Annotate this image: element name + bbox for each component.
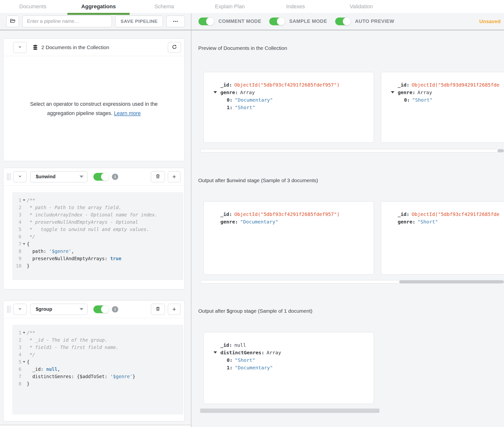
code-text: /**: [27, 330, 35, 335]
preview-horizontal-scrollbar[interactable]: [200, 409, 379, 413]
add-stage-button[interactable]: +: [168, 171, 180, 182]
tab-explain-plan[interactable]: Explain Plan: [197, 0, 263, 13]
scrollbar-thumb[interactable]: [399, 280, 504, 283]
field-key: genre:: [398, 219, 415, 225]
delete-stage-button[interactable]: [151, 304, 165, 315]
line-number: 7: [13, 241, 21, 247]
open-saved-pipelines-button[interactable]: [6, 16, 19, 27]
document-field-row: _id:ObjectId("5dbf93cf4291f2685fdef957"): [204, 210, 374, 218]
drag-handle[interactable]: [7, 173, 10, 180]
line-number: 10: [13, 263, 21, 268]
code-text: path: '$genre',: [27, 249, 74, 254]
collapse-field-caret-icon[interactable]: [214, 351, 217, 354]
stage-operator-select[interactable]: $group: [30, 304, 88, 315]
code-fold-icon[interactable]: [23, 361, 25, 363]
line-number: 9: [13, 256, 21, 261]
code-fold-icon[interactable]: [23, 199, 25, 201]
add-stage-button[interactable]: +: [168, 304, 180, 315]
document-field-row: 1:"Documentary": [204, 364, 374, 371]
code-text: _id: null,: [27, 366, 60, 372]
document-preview-card: _id:ObjectId("5dbf93cf4291f2685fdegenre:…: [381, 201, 504, 275]
preview-panel-title: Output after $group stage (Sample of 1 d…: [198, 308, 312, 314]
unwind-stage-editor[interactable]: 1/**2 * path - Path to the array field.3…: [12, 192, 183, 280]
trash-icon: [155, 306, 161, 312]
field-value: Array: [240, 89, 255, 95]
collapse-stage-button[interactable]: [13, 42, 27, 53]
collapse-field-caret-icon[interactable]: [391, 91, 394, 93]
toggle-group-sample-mode: SAMPLE MODE: [269, 18, 327, 25]
code-fold-icon[interactable]: [23, 332, 25, 334]
unwind-document-list: _id:ObjectId("5dbf93cf4291f2685fdef957")…: [204, 201, 504, 275]
document-preview-card: _id:ObjectId("5dbf93d94291f2685fdegenre:…: [381, 72, 504, 143]
collapse-field-caret-icon[interactable]: [214, 91, 217, 93]
group-stage-header: $group i: [3, 301, 184, 318]
code-line: 1/**: [13, 329, 183, 336]
learn-more-link[interactable]: Learn more: [114, 110, 141, 116]
tab-aggregations[interactable]: Aggregations: [66, 0, 131, 13]
info-icon[interactable]: i: [112, 174, 118, 180]
line-number: 5: [13, 359, 21, 365]
line-number: 6: [13, 366, 21, 372]
collection-stage-row: 2 Documents in the Collection Select an …: [0, 38, 504, 161]
code-text: {: [27, 359, 29, 365]
code-line: 3 * field1 - The first field name.: [13, 344, 183, 351]
collapse-stage-button[interactable]: [13, 304, 27, 315]
folder-open-icon: [10, 18, 16, 25]
scrollbar-thumb[interactable]: [497, 149, 504, 152]
code-line: 2 * path - Path to the array field.: [13, 204, 183, 211]
field-key: distinctGenres:: [220, 350, 264, 356]
group-stage-editor[interactable]: 1/**2 * _id - The id of the group.3 * fi…: [12, 325, 183, 414]
toggle-auto-preview[interactable]: [335, 18, 351, 25]
tab-validation[interactable]: Validation: [328, 0, 394, 13]
code-text: * preserveNullAndEmptyArrays - Optional: [27, 219, 138, 225]
field-key: _id:: [220, 211, 232, 217]
code-line: 6 _id: null,: [13, 365, 183, 373]
collection-document-list: _id:ObjectId("5dbf93cf4291f2685fdef957")…: [204, 72, 504, 143]
pipeline-name-input[interactable]: [22, 16, 112, 27]
field-value: ObjectId("5dbf93cf4291f2685fdef957"): [234, 211, 340, 217]
stage-operator-select[interactable]: $unwind: [30, 171, 88, 182]
toggle-group-auto-preview: AUTO PREVIEW: [335, 18, 394, 25]
document-field-row: genre:Array: [381, 89, 504, 96]
code-text: * includeArrayIndex - Optional name for …: [27, 212, 158, 217]
line-number: 2: [13, 205, 21, 210]
preview-panel-title: Preview of Documents in the Collection: [198, 45, 287, 51]
toggle-knob: [343, 17, 351, 26]
code-line: 1/**: [13, 196, 183, 204]
chevron-down-icon: [80, 308, 83, 310]
tab-schema[interactable]: Schema: [131, 0, 197, 13]
toggle-comment-mode[interactable]: [198, 18, 214, 25]
delete-stage-button[interactable]: [151, 171, 165, 182]
field-value: ObjectId("5dbf93cf4291f2685fde: [412, 211, 499, 217]
stage-operator-label: $unwind: [36, 174, 55, 179]
collection-icon: [32, 44, 38, 51]
preview-horizontal-scrollbar[interactable]: [200, 280, 504, 284]
toggle-sample-mode[interactable]: [269, 18, 285, 25]
tab-indexes[interactable]: Indexes: [263, 0, 328, 13]
stage-enabled-toggle[interactable]: [93, 173, 109, 181]
drag-handle[interactable]: [7, 306, 10, 313]
stage-enabled-toggle[interactable]: [93, 305, 109, 313]
pipeline-content: 2 Documents in the Collection Select an …: [0, 31, 504, 427]
tab-documents[interactable]: Documents: [0, 0, 66, 13]
code-fold-icon[interactable]: [23, 243, 25, 245]
refresh-documents-button[interactable]: [168, 42, 181, 53]
save-pipeline-button[interactable]: SAVE PIPELINE: [115, 16, 163, 27]
tab-label: Explain Plan: [215, 3, 245, 10]
toggle-knob: [277, 17, 285, 26]
pipeline-options-button[interactable]: •••: [166, 16, 185, 27]
collapse-stage-button[interactable]: [13, 171, 27, 182]
document-field-row: _id:null: [204, 341, 374, 349]
document-field-row: genre:"Short": [381, 218, 504, 225]
field-value: ObjectId("5dbf93cf4291f2685fdef957"): [234, 82, 340, 88]
collection-card-body: Select an operator to construct expressi…: [3, 56, 184, 161]
preview-horizontal-scrollbar[interactable]: [200, 149, 504, 152]
code-text: /**: [27, 197, 35, 203]
unwind-stage-card: $unwind i: [3, 168, 185, 289]
field-value: "Short": [417, 219, 438, 225]
toggle-knob: [206, 17, 214, 26]
info-icon[interactable]: i: [112, 306, 118, 312]
document-field-row: _id:ObjectId("5dbf93cf4291f2685fde: [381, 210, 504, 218]
chevron-down-icon: [80, 176, 83, 178]
tab-label: Schema: [154, 3, 174, 10]
